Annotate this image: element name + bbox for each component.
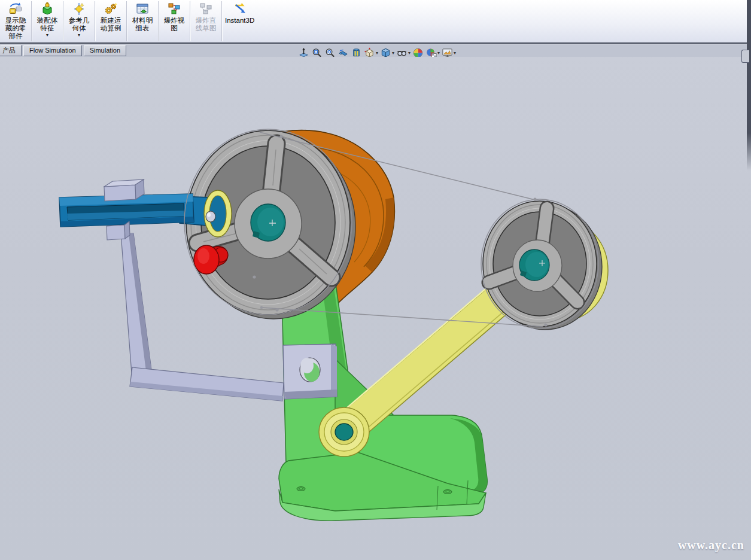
- toolbar-separator: [190, 1, 190, 41]
- idler-ring[interactable]: [204, 190, 232, 237]
- watermark: www.ayc.cn: [678, 538, 744, 552]
- toolbar-button-new-motion-study[interactable]: 新建运动算例: [96, 0, 125, 42]
- toolbar-button-exploded-view[interactable]: 爆炸视图: [160, 0, 188, 42]
- bill-of-materials-icon: [135, 2, 150, 17]
- toolbar-separator: [221, 1, 222, 41]
- assembly-features-icon: [40, 2, 54, 17]
- chevron-down-icon[interactable]: ▾: [454, 50, 456, 56]
- chevron-down-icon[interactable]: ▾: [376, 50, 378, 56]
- toolbar-button-reference-geometry[interactable]: 参考几何体▾: [65, 0, 93, 42]
- toolbar-button-label: 参考几何体: [69, 17, 90, 32]
- toolbar-button-label: 爆炸视图: [164, 17, 185, 32]
- graphics-area[interactable]: www.ayc.cn: [0, 57, 751, 560]
- toolbar-button-label: 爆炸直线草图: [196, 17, 217, 32]
- toolbar-button-exploded-line-sketch[interactable]: 爆炸直线草图: [191, 0, 220, 42]
- exploded-view-icon: [167, 2, 181, 17]
- chevron-down-icon[interactable]: ▾: [408, 50, 411, 56]
- toolbar-button-label: 材料明细表: [132, 17, 153, 32]
- toolbar-separator: [126, 1, 127, 41]
- chevron-down-icon[interactable]: ▾: [437, 50, 440, 56]
- toolbar-separator: [95, 1, 95, 41]
- toolbar-button-label: 装配体特征: [37, 17, 58, 32]
- toolbar-button-label: 显示隐藏的零部件: [5, 17, 26, 40]
- right-panel-edge: [747, 0, 751, 171]
- toolbar-separator: [63, 1, 63, 41]
- show-hide-components-icon: [8, 2, 23, 17]
- toolbar-button-show-hide-components[interactable]: 显示隐藏的零部件: [1, 0, 30, 42]
- toolbar-button-label: Instant3D: [225, 17, 254, 25]
- tab-flow-simulation[interactable]: Flow Simulation: [23, 45, 82, 56]
- exploded-line-sketch-icon: [199, 2, 213, 17]
- toolbar-button-label: 新建运动算例: [101, 17, 121, 32]
- handle-bar[interactable]: [59, 194, 224, 227]
- tab-simulation[interactable]: Simulation: [84, 45, 126, 56]
- toolbar-separator: [31, 1, 32, 41]
- toolbar-button-bill-of-materials[interactable]: 材料明细表: [128, 0, 157, 42]
- new-motion-study-icon: [104, 2, 118, 17]
- command-manager-toolbar: 显示隐藏的零部件装配体特征▾参考几何体▾新建运动算例材料明细表爆炸视图爆炸直线草…: [0, 0, 751, 44]
- toolbar-button-instant3d[interactable]: Instant3D: [223, 0, 256, 42]
- task-pane-collapsed-tab[interactable]: [741, 50, 749, 63]
- reference-geometry-icon: [72, 2, 86, 17]
- tab-产品[interactable]: 产品: [0, 45, 22, 56]
- chevron-down-icon[interactable]: ▾: [392, 50, 394, 56]
- toolbar-button-assembly-features[interactable]: 装配体特征▾: [33, 0, 62, 42]
- chevron-down-icon[interactable]: ▾: [46, 33, 48, 38]
- toolbar-separator: [158, 1, 159, 41]
- instant3d-icon: [233, 2, 247, 17]
- chevron-down-icon[interactable]: ▾: [78, 33, 80, 38]
